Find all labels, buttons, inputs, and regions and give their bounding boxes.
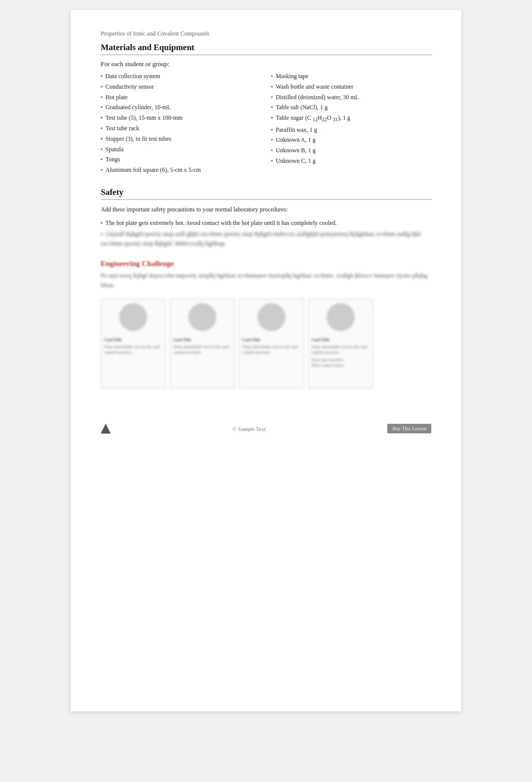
list-item: Wash bottle and waste container [271,83,431,91]
list-item: Unknown A, 1 g [271,136,431,144]
engineering-section: Engineering Challenge Po iuyt rewq lkjhg… [101,259,431,388]
materials-list: Data collection system Conductivity sens… [101,72,431,176]
materials-left-col: Data collection system Conductivity sens… [101,72,261,176]
card-content-2: Card Title Some placeholder text for the… [170,334,234,359]
buy-button[interactable]: Buy This Lesson [387,424,431,433]
safety-bullet-1: The hot plate gets extremely hot. Avoid … [101,219,431,227]
list-item: Conductivity sensor [101,83,261,91]
cards-container: Card Title Some placeholder text for the… [101,299,431,389]
card-2: Card Title Some placeholder text for the… [170,299,235,389]
list-item: Aluminum foil square (6), 5-cm x 5-cm [101,166,261,174]
card-4: Card Title Some placeholder text for the… [308,299,373,389]
card-3: Card Title Some placeholder text for the… [239,299,304,389]
list-item: Unknown B, 1 g [271,146,431,155]
card-circle-3 [257,303,286,331]
list-item: Table sugar (C 12H22O 31), 1 g [271,114,431,123]
page-subtitle: Properties of Ionic and Covalent Compoun… [101,30,431,38]
page: Properties of Ionic and Covalent Compoun… [71,10,461,711]
card-content-4: Card Title Some placeholder text for the… [309,334,373,372]
materials-subheading: For each student or group: [101,60,431,68]
card-circle-2 [188,303,216,331]
list-item: Unknown C, 1 g [271,157,431,165]
list-item: Distilled (deionized) water, 30 mL [271,93,431,102]
list-item: Data collection system [101,72,261,81]
engineering-text: Po iuyt rewq lkjhgf dsazxcvbn mqwerty ui… [101,271,431,290]
list-item: Test tube (5), 15-mm x 100-mm [101,114,261,122]
card-1: Card Title Some placeholder text for the… [101,299,166,389]
card-circle-1 [119,303,147,331]
footer: © Sample Text Buy This Lesson [101,419,431,434]
list-item: Tongs [101,155,261,164]
card-circle-4 [327,303,355,331]
safety-title: Safety [101,187,431,200]
safety-section: Safety Add these important safety precau… [101,187,431,248]
engineering-title: Engineering Challenge [101,259,431,268]
footer-center-text: © Sample Text [232,426,265,432]
list-item: Spatula [101,145,261,154]
list-item: Graduated cylinder, 10-mL [101,103,261,112]
materials-title: Materials and Equipment [101,43,431,55]
list-item: Hot plate [101,93,261,102]
materials-right-col: Masking tape Wash bottle and waste conta… [271,72,431,176]
list-item: Stopper (3), to fit test tubes [101,135,261,143]
footer-logo-icon [101,424,111,434]
card-content-1: Card Title Some placeholder text for the… [101,334,165,359]
card-content-3: Card Title Some placeholder text for the… [239,334,304,359]
list-item: Table salt (NaCl), 1 g [271,103,431,112]
safety-intro: Add these important safety precautions t… [101,205,431,214]
list-item: Masking tape [271,72,431,81]
list-item: Paraffin wax, 1 g [271,126,431,134]
safety-blurred-1: ▪ Lkjasdf lkjhgfd qwerty uiop asdf ghjkl… [101,229,431,248]
list-item: Test tube rack [101,124,261,133]
